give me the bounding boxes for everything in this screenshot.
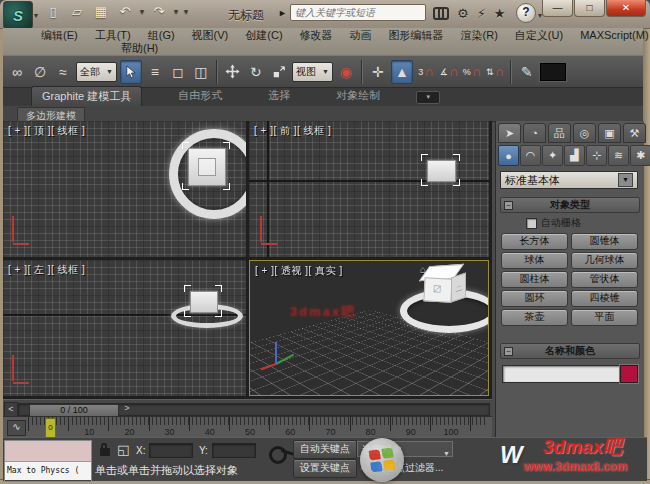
mini-curve-editor-icon[interactable]: ∿ [7,420,26,436]
set-keys-key-icon[interactable] [269,446,287,464]
select-and-scale-icon[interactable] [269,61,289,83]
viewport-left[interactable]: [ + ][ 左 ][ 线框 ] [3,260,246,396]
select-and-rotate-icon[interactable]: ↻ [246,61,266,83]
primitive-button[interactable]: 茶壶 [501,309,568,326]
select-and-manipulate-icon[interactable]: ✛ [368,61,388,83]
redo-dropdown-icon[interactable]: ▾ [174,7,178,16]
collapse-icon[interactable]: – [504,347,513,356]
category-shapes-icon[interactable]: ◠ [520,145,541,166]
ribbon-minimize-icon[interactable]: ▾ [416,91,440,104]
primitive-button[interactable]: 圆柱体 [501,271,568,288]
category-lights-icon[interactable]: ✦ [542,145,563,166]
edit-named-selection-sets-icon[interactable]: ✎ [517,61,537,83]
select-object-button[interactable] [120,60,142,84]
tab-modify-icon[interactable]: ◔ [523,123,546,143]
tab-utilities-icon[interactable]: ⚒ [623,123,646,143]
tab-motion-icon[interactable]: ◎ [573,123,596,143]
new-file-icon[interactable]: ▯ [44,4,62,19]
search-expand-icon[interactable]: ► [278,8,287,18]
undo-dropdown-icon[interactable]: ▾ [140,7,144,16]
viewport-left-label[interactable]: [ + ][ 左 ][ 线框 ] [8,263,85,277]
select-by-name-icon[interactable]: ≡ [145,61,165,83]
auto-key-button[interactable]: 自动关键点 [293,440,357,459]
viewport-top[interactable]: [ + ][ 顶 ][ 线框 ] [3,121,246,257]
help-button[interactable]: ? [516,3,536,23]
viewport-front[interactable]: [ + ][ 前 ][ 线框 ] [249,121,489,257]
menu-item[interactable]: MAXScript(M) [578,29,650,42]
menu-item[interactable]: 编辑(E) [39,29,80,42]
menu-item[interactable]: 修改器 [298,29,335,42]
app-menu-arrow-icon[interactable]: ▾ [34,11,38,20]
primitive-button[interactable]: 管状体 [571,271,638,288]
viewport-top-label[interactable]: [ + ][ 顶 ][ 线框 ] [8,124,85,138]
primitive-button[interactable]: 长方体 [501,233,568,250]
keyboard-override-toggle[interactable]: ▲ [391,60,413,84]
primitive-category-dropdown[interactable]: 标准基本体 ▼ [500,171,638,189]
category-spacewarps-icon[interactable]: ≋ [608,145,629,166]
primitive-button[interactable]: 几何球体 [571,252,638,269]
listener-script-row[interactable]: Max to Physcs ( [5,462,91,480]
primitive-button[interactable]: 平面 [571,309,638,326]
selection-lock-icon[interactable] [100,448,110,456]
tab-create-icon[interactable]: ➤ [498,123,521,143]
menu-item[interactable]: 图形编辑器 [387,29,446,42]
category-helpers-icon[interactable]: ⊹ [586,145,607,166]
listener-macro-row[interactable] [5,441,91,462]
search-input[interactable] [290,4,426,21]
search-icon[interactable] [433,7,449,19]
communication-center-icon[interactable]: ⚙ [457,6,469,21]
angle-snap-icon[interactable]: ∡∩ [439,61,459,83]
bind-to-spacewarp-icon[interactable]: ≈ [53,61,73,83]
subscription-center-icon[interactable]: ⚡ [477,6,486,21]
spinner-snap-icon[interactable]: ⇅∩ [485,61,505,83]
primitive-button[interactable]: 球体 [501,252,568,269]
time-slider-track[interactable]: 0 / 100 [18,403,490,416]
redo-icon[interactable]: ↷ [150,4,168,19]
category-cameras-icon[interactable]: ▟ [564,145,585,166]
tab-display-icon[interactable]: ▣ [598,123,621,143]
minimize-button[interactable]: — [542,0,573,17]
selection-region-icon[interactable]: ◻ [168,61,188,83]
ribbon-tab[interactable]: 选择 [258,86,300,106]
close-button[interactable]: ✕ [606,0,646,17]
undo-icon[interactable]: ↶ [116,4,134,19]
reference-coordinate-dropdown[interactable]: 视图▼ [292,62,333,82]
name-color-rollout[interactable]: – 名称和颜色 [500,343,640,359]
autogrid-checkbox[interactable] [526,218,537,229]
primitive-button[interactable]: 圆锥体 [571,233,638,250]
object-name-field[interactable] [502,365,620,383]
ribbon-tab[interactable]: 对象绘制 [326,86,390,106]
absolute-offset-mode-icon[interactable]: ◱ [117,442,129,457]
viewport-perspective-label[interactable]: [ + ][ 透视 ][ 真实 ] [255,264,343,278]
tab-hierarchy-icon[interactable]: 品 [548,123,571,143]
snaps-toggle-3d-icon[interactable]: 3∩ [416,61,436,83]
ribbon-tab[interactable]: Graphite 建模工具 [31,86,142,106]
menu-item[interactable]: 组(G) [146,29,177,42]
favorites-star-icon[interactable]: ★ [494,6,506,21]
menu-item[interactable]: 视图(V) [190,29,231,42]
unlink-selection-icon[interactable]: ∅ [30,61,50,83]
selection-filter-dropdown[interactable]: 全部▼ [76,62,117,82]
named-selection-sets-field[interactable] [540,63,566,81]
object-type-rollout[interactable]: – 对象类型 [500,197,640,213]
time-ruler[interactable]: ∿ 102030405060708090100 0 [3,416,492,439]
menu-item[interactable]: 工具(T) [93,29,133,42]
app-menu-button[interactable]: S [3,1,33,29]
current-frame-marker[interactable]: 0 [45,418,56,438]
qat-options-icon[interactable]: ▾ [184,7,188,16]
time-forward-arrow[interactable]: > [121,402,133,415]
ribbon-tab[interactable]: 自由形式 [168,86,232,106]
save-file-icon[interactable]: ▦ [92,4,110,19]
dice-box-object[interactable]: 〼 ニ [416,265,472,311]
primitive-button[interactable]: 四棱锥 [571,290,638,307]
category-geometry-icon[interactable]: ● [498,145,519,166]
percent-snap-icon[interactable]: %∩ [462,61,482,83]
viewport-front-label[interactable]: [ + ][ 前 ][ 线框 ] [254,124,331,138]
y-coordinate-field[interactable] [212,443,256,458]
maximize-button[interactable]: □ [574,0,605,17]
x-coordinate-field[interactable] [149,443,193,458]
menu-item[interactable]: 渲染(R) [459,29,500,42]
viewport-perspective[interactable]: [ + ][ 透视 ][ 真实 ] ⌂ 3dmax吧 〼 ニ [249,260,489,396]
menu-item[interactable]: 自定义(U) [513,29,565,42]
set-key-button[interactable]: 设置关键点 [293,459,357,478]
